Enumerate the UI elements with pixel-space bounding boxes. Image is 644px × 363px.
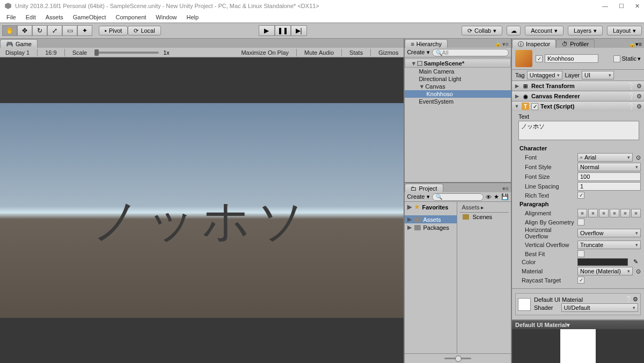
project-search[interactable]: 🔍 [432, 193, 484, 201]
text-textarea[interactable]: ノッホソ [518, 121, 639, 140]
profiler-tab[interactable]: ⏱Profiler [556, 39, 595, 48]
color-swatch[interactable] [577, 258, 628, 266]
hierarchy-item[interactable]: Directional Light [405, 75, 511, 83]
project-tab[interactable]: 🗀Project [405, 184, 443, 192]
layer-dropdown[interactable]: UI [582, 71, 614, 79]
lock-icon[interactable]: 🔒 [495, 41, 501, 48]
asset-folder[interactable]: Scenes [459, 213, 509, 221]
hierarchy-item[interactable]: Main Camera [405, 68, 511, 75]
align-bottom[interactable]: ≡ [631, 209, 641, 217]
close-button[interactable]: ✕ [635, 3, 640, 10]
tag-dropdown[interactable]: Untagged [527, 71, 563, 79]
help-icon[interactable]: ❔ [628, 93, 635, 100]
rotate-tool[interactable]: ↻ [32, 25, 47, 36]
align-top[interactable]: ≡ [610, 209, 619, 217]
save-search-icon[interactable]: 💾 [501, 193, 509, 200]
object-name-field[interactable] [545, 54, 598, 63]
linespacing-field[interactable] [577, 182, 641, 191]
transform-tool[interactable]: ✦ [77, 25, 92, 36]
hierarchy-create[interactable]: Create ▾ [407, 49, 429, 56]
hierarchy-item-selected[interactable]: Knohhoso [405, 90, 511, 98]
help-icon[interactable]: ❔ [625, 296, 633, 302]
filter-icon[interactable]: ★ [494, 193, 499, 200]
filter-icon[interactable]: 👁 [486, 194, 492, 200]
menu-edit[interactable]: Edit [21, 13, 40, 21]
hand-tool[interactable]: ✋ [2, 25, 17, 36]
static-toggle[interactable]: Static ▾ [613, 55, 641, 62]
object-picker-icon[interactable]: ⊙ [636, 154, 641, 161]
packages-row[interactable]: ▶Packages [405, 223, 457, 231]
bestfit-checkbox[interactable] [577, 250, 584, 257]
material-field[interactable]: None (Material) [577, 267, 633, 275]
rect-transform-header[interactable]: ▶⊞ Rect Transform ❔⚙ [512, 81, 644, 91]
eyedropper-icon[interactable]: ✎ [633, 258, 641, 266]
shader-dropdown[interactable]: UI/Default [561, 303, 638, 312]
step-button[interactable]: ▶| [291, 25, 307, 36]
pivot-toggle[interactable]: ▪ Pivot [99, 26, 128, 35]
project-create[interactable]: Create ▾ [407, 193, 429, 200]
hierarchy-item[interactable]: ▼Canvas [405, 83, 511, 90]
menu-file[interactable]: File [2, 13, 20, 21]
hoverflow-dropdown[interactable]: Overflow [577, 229, 641, 237]
local-toggle[interactable]: ⟳ Local [128, 26, 160, 35]
cloud-button[interactable]: ☁ [507, 26, 521, 35]
voverflow-dropdown[interactable]: Truncate [577, 241, 641, 249]
panel-menu-icon[interactable]: ▾≡ [502, 185, 509, 192]
layers-dropdown[interactable]: Layers ▾ [568, 26, 603, 35]
play-button[interactable]: ▶ [259, 25, 275, 36]
align-left[interactable]: ≡ [577, 209, 587, 217]
gear-icon[interactable]: ⚙ [636, 103, 642, 110]
menu-help[interactable]: Help [182, 13, 203, 21]
inspector-tab[interactable]: ⓘInspector [512, 39, 556, 48]
collab-dropdown[interactable]: ⟳ Collab ▾ [462, 26, 502, 35]
game-tab[interactable]: 🎮Game [0, 39, 38, 48]
maximize-toggle[interactable]: Maximize On Play [238, 49, 292, 56]
assets-row[interactable]: ▶Assets [405, 215, 457, 223]
layout-dropdown[interactable]: Layout ▾ [607, 26, 642, 35]
account-dropdown[interactable]: Account ▾ [525, 26, 564, 35]
favorites-row[interactable]: ▶★Favorites [405, 203, 457, 211]
font-field[interactable]: ▫Arial [577, 153, 633, 162]
component-enable-checkbox[interactable]: ✓ [531, 103, 538, 110]
project-zoom-slider[interactable] [444, 358, 471, 359]
alignbygeom-checkbox[interactable] [577, 219, 584, 226]
align-right[interactable]: ≡ [599, 209, 609, 217]
minimize-button[interactable]: — [602, 3, 608, 10]
move-tool[interactable]: ✥ [17, 25, 32, 36]
align-middle[interactable]: ≡ [620, 209, 630, 217]
align-center[interactable]: ≡ [588, 209, 598, 217]
hierarchy-item[interactable]: EventSystem [405, 98, 511, 105]
menu-window[interactable]: Window [151, 13, 181, 21]
text-component-header[interactable]: ▼T ✓ Text (Script) ❔⚙ [512, 101, 644, 111]
maximize-button[interactable]: ☐ [619, 3, 624, 10]
pause-button[interactable]: ❚❚ [275, 25, 291, 36]
fontsize-field[interactable] [577, 172, 641, 181]
aspect-dropdown[interactable]: 16:9 [42, 49, 60, 56]
gear-icon[interactable]: ⚙ [633, 296, 638, 302]
mute-toggle[interactable]: Mute Audio [301, 49, 337, 56]
scale-tool[interactable]: ⤢ [47, 25, 62, 36]
display-dropdown[interactable]: Display 1 [2, 49, 33, 56]
active-checkbox[interactable]: ✓ [536, 55, 543, 62]
project-breadcrumb[interactable]: Assets ▸ [459, 204, 509, 213]
hierarchy-tab[interactable]: ≡Hierarchy [405, 39, 448, 48]
gear-icon[interactable]: ⚙ [636, 93, 642, 100]
richtext-checkbox[interactable]: ✓ [577, 192, 584, 199]
lock-icon[interactable]: 🔒 [629, 41, 635, 47]
menu-component[interactable]: Component [111, 13, 150, 21]
gear-icon[interactable]: ⚙ [636, 83, 642, 90]
fontstyle-dropdown[interactable]: Normal [577, 163, 641, 171]
canvas-renderer-header[interactable]: ▶◉ Canvas Renderer ❔⚙ [512, 91, 644, 101]
rect-tool[interactable]: ▭ [62, 25, 77, 36]
menu-gameobject[interactable]: GameObject [69, 13, 111, 21]
help-icon[interactable]: ❔ [628, 103, 635, 110]
raycast-checkbox[interactable]: ✓ [577, 277, 584, 284]
scene-row[interactable]: ▼⬚ SampleScene* [405, 59, 511, 68]
stats-toggle[interactable]: Stats [346, 49, 366, 56]
help-icon[interactable]: ❔ [628, 83, 635, 90]
hierarchy-search[interactable]: 🔍All [432, 49, 509, 56]
scale-slider[interactable] [94, 52, 159, 54]
gizmos-dropdown[interactable]: Gizmos [375, 49, 401, 56]
panel-menu-icon[interactable]: ▾≡ [502, 41, 509, 48]
panel-menu-icon[interactable]: ▾≡ [635, 41, 642, 47]
